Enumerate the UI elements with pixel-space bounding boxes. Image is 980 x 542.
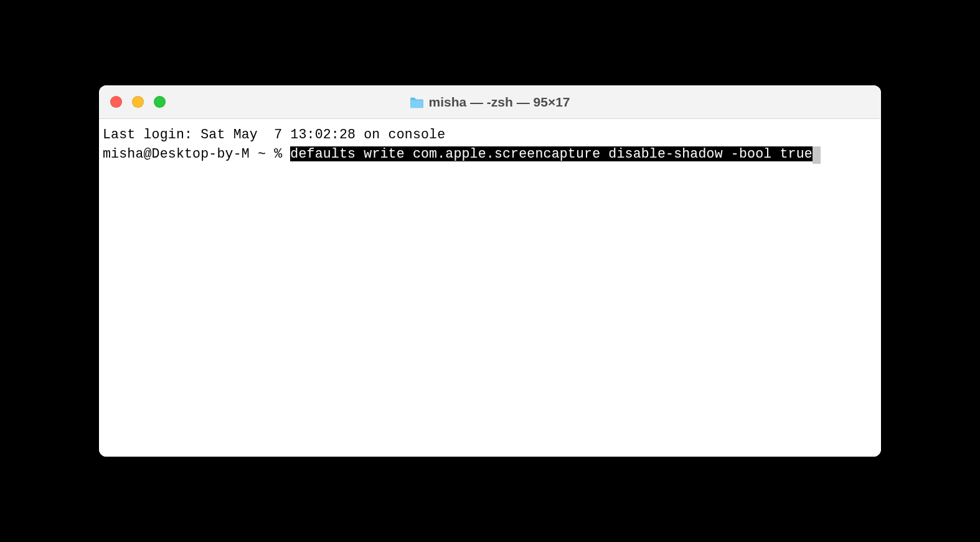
- cursor: [813, 146, 821, 164]
- window-title-text: misha — -zsh — 95×17: [428, 95, 570, 110]
- close-button[interactable]: [110, 96, 122, 108]
- folder-icon: [410, 97, 423, 108]
- command-text[interactable]: defaults write com.apple.screencapture d…: [290, 146, 813, 161]
- window-titlebar[interactable]: misha — -zsh — 95×17: [99, 85, 881, 119]
- minimize-button[interactable]: [132, 96, 144, 108]
- maximize-button[interactable]: [154, 96, 166, 108]
- terminal-content[interactable]: Last login: Sat May 7 13:02:28 on consol…: [99, 119, 881, 457]
- terminal-window: misha — -zsh — 95×17 Last login: Sat May…: [99, 85, 881, 457]
- window-title: misha — -zsh — 95×17: [410, 95, 570, 110]
- shell-prompt: misha@Desktop-by-M ~ %: [103, 146, 290, 161]
- prompt-line: misha@Desktop-by-M ~ % defaults write co…: [103, 145, 877, 164]
- last-login-line: Last login: Sat May 7 13:02:28 on consol…: [103, 125, 877, 145]
- traffic-lights: [110, 96, 166, 108]
